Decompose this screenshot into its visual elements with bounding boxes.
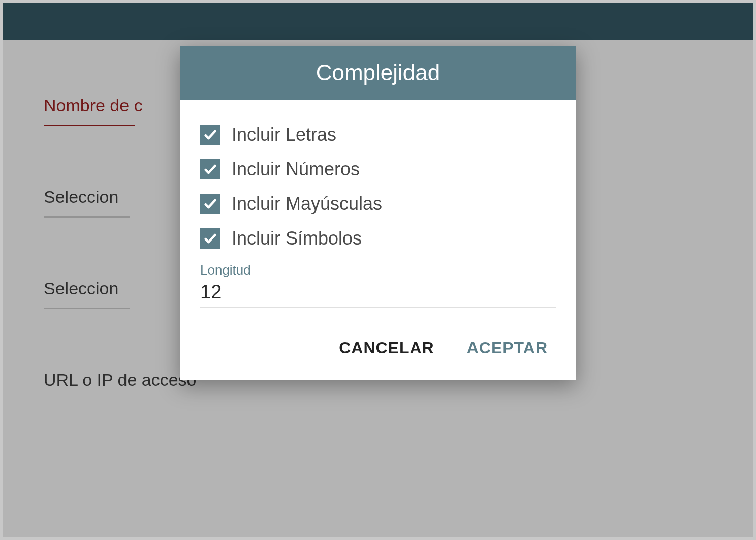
check-row-letters[interactable]: Incluir Letras	[200, 124, 556, 145]
length-label: Longitud	[200, 262, 556, 278]
complexity-dialog: Complejidad Incluir Letras Incluir Númer…	[180, 46, 576, 380]
check-label: Incluir Símbolos	[232, 228, 362, 249]
length-input[interactable]	[200, 281, 556, 303]
dialog-body: Incluir Letras Incluir Números Incluir M…	[180, 100, 576, 308]
app-frame: Nombre de c Seleccion Seleccion URL o IP…	[0, 0, 756, 540]
accept-button[interactable]: ACEPTAR	[467, 339, 548, 357]
checkbox-icon[interactable]	[200, 125, 220, 145]
check-label: Incluir Mayúsculas	[232, 193, 382, 215]
checkbox-icon[interactable]	[200, 194, 220, 214]
checkbox-icon[interactable]	[200, 228, 220, 249]
check-row-symbols[interactable]: Incluir Símbolos	[200, 228, 556, 249]
check-label: Incluir Letras	[232, 124, 336, 145]
check-row-numbers[interactable]: Incluir Números	[200, 159, 556, 180]
check-row-uppercase[interactable]: Incluir Mayúsculas	[200, 193, 556, 215]
dialog-title: Complejidad	[180, 46, 576, 100]
check-label: Incluir Números	[232, 159, 360, 180]
cancel-button[interactable]: CANCELAR	[339, 339, 434, 357]
modal-overlay[interactable]: Complejidad Incluir Letras Incluir Númer…	[3, 3, 753, 537]
checkbox-icon[interactable]	[200, 159, 220, 179]
dialog-actions: CANCELAR ACEPTAR	[180, 308, 576, 380]
length-field: Longitud	[200, 262, 556, 308]
